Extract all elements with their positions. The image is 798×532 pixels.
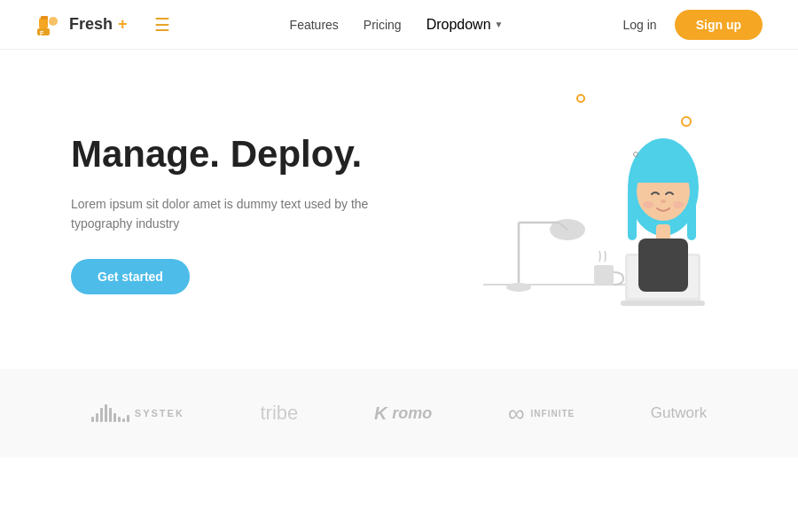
hero-subtitle: Lorem ipsum sit dolor amet is dummy text… (71, 194, 372, 234)
svg-rect-1 (41, 16, 48, 20)
nav-features[interactable]: Features (290, 18, 339, 32)
svg-rect-19 (638, 239, 688, 292)
nav-dropdown[interactable]: Dropdown ▼ (426, 17, 504, 33)
brand-kromo: Kromo (374, 403, 432, 424)
svg-rect-22 (637, 165, 690, 183)
hamburger-icon[interactable]: ☰ (154, 14, 170, 35)
chevron-down-icon: ▼ (495, 20, 504, 29)
decorative-dot-2 (681, 116, 692, 127)
infinite-icon: ∞ (508, 400, 526, 427)
hero-text: Manage. Deploy. Lorem ipsum sit dolor am… (71, 133, 417, 293)
svg-point-25 (673, 201, 684, 208)
brand-infinite: ∞ INFINITE (508, 400, 575, 427)
navbar: F Fresh+ ☰ Features Pricing Dropdown ▼ L… (0, 0, 798, 50)
svg-point-24 (643, 201, 653, 208)
hero-illustration (417, 81, 727, 347)
logo-icon: F (35, 11, 64, 39)
svg-point-23 (661, 200, 666, 203)
nav-links: Features Pricing Dropdown ▼ (290, 17, 504, 33)
svg-rect-16 (628, 187, 637, 240)
hero-title: Manage. Deploy. (71, 133, 381, 176)
svg-rect-11 (594, 265, 614, 285)
systek-bars-icon (91, 404, 129, 422)
login-button[interactable]: Log in (623, 18, 657, 32)
svg-rect-14 (621, 301, 705, 306)
signup-button[interactable]: Sign up (675, 10, 763, 40)
logos-section: SYSTEK tribe Kromo ∞ INFINITE Gutwork (0, 369, 798, 458)
brand-gutwork: Gutwork (651, 404, 707, 422)
logo[interactable]: F Fresh+ (35, 11, 128, 39)
nav-pricing[interactable]: Pricing (364, 18, 402, 32)
brand-systek: SYSTEK (91, 404, 184, 422)
hero-section: Manage. Deploy. Lorem ipsum sit dolor am… (0, 50, 798, 369)
nav-right: Log in Sign up (623, 10, 763, 40)
brand-tribe: tribe (260, 402, 298, 425)
svg-text:F: F (40, 30, 44, 36)
hero-image (430, 98, 714, 329)
svg-point-2 (49, 17, 58, 26)
decorative-dot-3 (633, 152, 638, 157)
nav-left: F Fresh+ ☰ (35, 11, 170, 39)
get-started-button[interactable]: Get started (71, 259, 190, 294)
decorative-dot-1 (576, 94, 585, 103)
svg-point-10 (506, 283, 531, 292)
